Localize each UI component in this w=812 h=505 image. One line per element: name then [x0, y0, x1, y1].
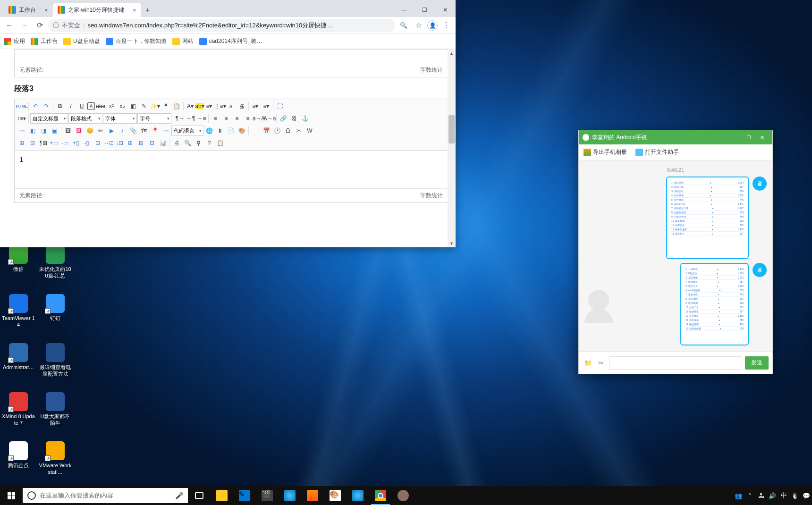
fullscreen-button[interactable]: ⛶: [275, 101, 285, 111]
nav-reload-button[interactable]: ⟳: [33, 19, 46, 32]
redo-button[interactable]: ↷: [41, 101, 51, 111]
taskbar-app-explorer[interactable]: [211, 486, 233, 505]
qq-maximize-button[interactable]: ☐: [742, 130, 755, 144]
subscript-button[interactable]: x₂: [117, 101, 127, 111]
scroll-down-icon[interactable]: ▼: [448, 239, 456, 247]
insertframe-button[interactable]: ▭: [161, 126, 171, 136]
mergecells-button[interactable]: ⊡: [93, 138, 103, 148]
window-close-button[interactable]: ✕: [435, 3, 456, 17]
underline-button[interactable]: U: [76, 101, 87, 111]
qq-send-button[interactable]: 发送: [745, 356, 769, 370]
bookmark-item[interactable]: cad2014序列号_装…: [199, 37, 262, 45]
touppercase-button[interactable]: a→A: [254, 113, 264, 124]
superscript-button[interactable]: x²: [106, 101, 117, 111]
print-button[interactable]: 🖨: [237, 101, 247, 111]
desktop-icon-vmware[interactable]: ↗VMware Workstati…: [37, 439, 74, 488]
help-button[interactable]: ?: [204, 138, 214, 148]
taskbar-app-video[interactable]: 🎬: [256, 486, 279, 505]
qq-image-bubble[interactable]: 1 ·安装系统●1,234 2 ·驱动下载●987 3 ·系统优化●856 4 …: [666, 177, 749, 259]
splitcells-button[interactable]: ⊞: [125, 138, 135, 148]
fontfamily-select[interactable]: 字体: [103, 113, 137, 124]
anchor-button[interactable]: ⚓: [300, 113, 310, 124]
taskbar-app-paint[interactable]: 🎨: [324, 486, 347, 505]
wordimage-button[interactable]: W: [304, 126, 315, 136]
pagebreak-button[interactable]: ⏸: [215, 126, 225, 136]
desktop-icon-detail[interactable]: 最详细查看电脑配置方法: [37, 341, 74, 390]
qq-minimize-button[interactable]: —: [729, 130, 742, 144]
tray-network-icon[interactable]: 🖧: [755, 486, 767, 505]
qq-folder-icon[interactable]: 📁: [583, 358, 593, 368]
desktop-icon-admin[interactable]: ↗Administrat…: [0, 341, 37, 390]
deletetable-button[interactable]: ⊟: [27, 138, 38, 148]
splitcols-button[interactable]: ⊡: [147, 138, 157, 148]
ltr-button[interactable]: ¶→: [175, 113, 185, 124]
webapp-button[interactable]: 🌐: [204, 126, 214, 136]
taskbar-app-wmp[interactable]: [301, 486, 324, 505]
lineheight-button[interactable]: ↕≡▾: [17, 113, 27, 124]
bookmark-item[interactable]: 网站: [172, 37, 194, 45]
taskbar-app-avatar[interactable]: [392, 486, 414, 505]
desktop-icon-xmind[interactable]: ↗XMind 8 Update 7: [0, 390, 37, 439]
taskbar-app-pen[interactable]: ✎: [233, 486, 256, 505]
desktop-icon-doc[interactable]: 未优化页面100篇-汇总: [37, 243, 74, 292]
undo-button[interactable]: ↶: [30, 101, 41, 111]
qq-image-bubble[interactable]: 1 ·一键装机●2,134 2 ·U盘启动●1,876 3 ·系统镜像●1,52…: [680, 263, 749, 345]
time-button[interactable]: 🕐: [272, 126, 282, 136]
gmap-button[interactable]: 📍: [150, 126, 160, 136]
apps-button[interactable]: 应用: [4, 37, 25, 45]
html-source-button[interactable]: HTML: [17, 101, 27, 111]
fontsize-select[interactable]: 字号: [137, 113, 171, 124]
desktop-icon-qidian[interactable]: ↗腾讯企点: [0, 439, 37, 488]
desktop-icon-dingtalk[interactable]: ↗钉钉: [37, 292, 74, 341]
blockquote-button[interactable]: ❝: [161, 101, 171, 111]
desktop-icon-teamviewer[interactable]: ↗TeamViewer 14: [0, 292, 37, 341]
insertparagraphbeforetable-button[interactable]: ¶⊞: [38, 138, 49, 148]
desktop-icon-wechat[interactable]: ↗微信: [0, 243, 37, 292]
image-left-button[interactable]: ◧: [27, 126, 38, 136]
tab-0[interactable]: 工作台×: [4, 3, 53, 17]
drafts-button[interactable]: 📋: [215, 138, 225, 148]
editor-body[interactable]: 1: [15, 151, 448, 188]
attachment-button[interactable]: 📎: [128, 126, 138, 136]
new-tab-button[interactable]: +: [141, 4, 154, 17]
bookmark-item[interactable]: 工作台: [31, 37, 58, 45]
formatmatch-button[interactable]: ✎: [139, 101, 149, 111]
link-button[interactable]: 🔗: [278, 113, 288, 124]
menu-icon[interactable]: ⋮: [440, 19, 453, 32]
mergeright-button[interactable]: →⊡: [103, 138, 114, 148]
align-right-button[interactable]: ≡: [232, 113, 242, 124]
search-box[interactable]: 在这里输入你要搜索的内容 🎤: [23, 488, 188, 503]
date-button[interactable]: 📅: [261, 126, 271, 136]
align-left-button[interactable]: ≡: [210, 113, 220, 124]
url-input[interactable]: ⓘ 不安全 | seo.windows7en.com/index.php?r=s…: [48, 19, 395, 32]
insertcode-select[interactable]: 代码语言: [171, 126, 203, 136]
tab-close-icon[interactable]: ×: [133, 7, 136, 14]
insertimage-button[interactable]: 🖼: [74, 126, 84, 136]
window-maximize-button[interactable]: ☐: [414, 3, 435, 17]
background-button[interactable]: 🎨: [237, 126, 247, 136]
inserttable-button[interactable]: ⊞: [17, 138, 27, 148]
image-center-button[interactable]: ▣: [49, 126, 59, 136]
bookmark-item[interactable]: U盘启动盘: [63, 37, 100, 45]
start-button[interactable]: [0, 486, 23, 505]
rowspacing-top-button[interactable]: ≡▾: [250, 101, 261, 111]
taskbar-app-chrome[interactable]: [369, 486, 392, 505]
tray-people-icon[interactable]: 👥: [733, 486, 744, 505]
music-button[interactable]: ♪: [117, 126, 127, 136]
insertvideo-button[interactable]: ▶: [106, 126, 117, 136]
map-button[interactable]: 🗺: [139, 126, 149, 136]
image-none-button[interactable]: ▭: [17, 126, 27, 136]
eraser-button[interactable]: ◧: [128, 101, 138, 111]
unlink-button[interactable]: ⛓: [289, 113, 299, 124]
qq-close-button[interactable]: ✕: [755, 130, 769, 144]
tray-qq-icon[interactable]: 🐧: [789, 486, 801, 505]
desktop-icon-usb-doc[interactable]: U盘大家都不陌生: [37, 390, 74, 439]
qq-screenshot-icon[interactable]: ✂: [596, 358, 606, 368]
selectall-button[interactable]: a: [226, 101, 236, 111]
bookmark-item[interactable]: 百度一下，你就知道: [106, 37, 167, 45]
qq-file-helper-button[interactable]: 打开文件助手: [635, 148, 679, 156]
mergedown-button[interactable]: ↓⊡: [114, 138, 125, 148]
ul-button[interactable]: ⋮≡▾: [215, 101, 225, 111]
tolowercase-button[interactable]: A→a: [264, 113, 275, 124]
charts-button[interactable]: 📊: [158, 138, 168, 148]
